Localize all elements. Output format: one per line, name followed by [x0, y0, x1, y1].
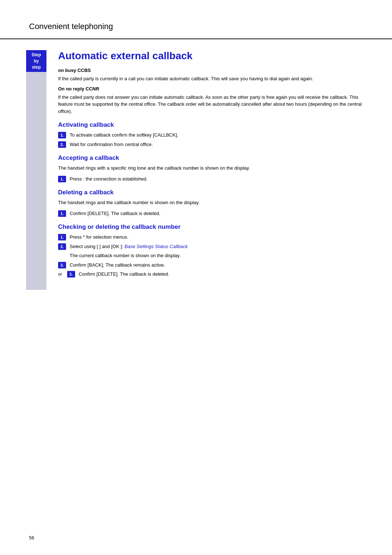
- checking-step-num-3: 3.: [58, 262, 66, 268]
- accepting-step-1: 1. Press : the connection is established…: [58, 175, 363, 183]
- page-header: Convenient telephoning: [0, 22, 392, 39]
- checking-step-1-text: Press * for selection menus.: [70, 234, 363, 241]
- sidebar-gray-area: [26, 72, 46, 290]
- page-number: 56: [29, 535, 34, 540]
- accepting-step-num-1: 1.: [58, 176, 66, 182]
- checking-step-num-1: 1.: [58, 234, 66, 240]
- on-busy-label: on busy CCBS: [58, 68, 363, 73]
- activating-heading: Activating callback: [58, 121, 363, 129]
- deleting-intro: The handset rings and the callback numbe…: [58, 199, 363, 206]
- checking-step-display-text: The current callback number is shown on …: [70, 253, 180, 258]
- on-no-reply-text: If the called party does not answer you …: [58, 94, 363, 115]
- content-area: Automatic external callback on busy CCBS…: [51, 50, 363, 290]
- deleting-heading: Deleting a callback: [58, 189, 363, 196]
- checking-step-2-text: Select using [ ] and [OK ]: Base Setting…: [70, 243, 363, 250]
- activating-step-2: 2. Wait for confirmation from central of…: [58, 141, 363, 148]
- on-no-reply-label: On no reply CCNR: [58, 86, 363, 92]
- checking-step-2-italic: Base Settings Status Callback: [123, 244, 188, 249]
- checking-step-num-3-or: 3.: [67, 271, 75, 278]
- sidebar: Step by step: [22, 50, 51, 290]
- activating-step-1-text: To activate callback confirm the softkey…: [70, 131, 363, 139]
- accepting-heading: Accepting a callback: [58, 154, 363, 162]
- deleting-step-1-text: Confirm [DELETE]. The callback is delete…: [70, 210, 363, 217]
- page-container: Convenient telephoning Step by step Auto…: [0, 0, 392, 555]
- deleting-step-1: 1. Confirm [DELETE]. The callback is del…: [58, 210, 363, 217]
- main-content: Step by step Automatic external callback…: [0, 50, 392, 290]
- step-num-1: 1.: [58, 132, 66, 138]
- checking-step-3: 3. Confirm [BACK]. The callback remains …: [58, 262, 363, 269]
- page-title: Convenient telephoning: [29, 22, 113, 31]
- checking-step-3-text: Confirm [BACK]. The callback remains act…: [70, 262, 363, 269]
- checking-step-3-or-text: Confirm [DELETE]. The callback is delete…: [79, 271, 363, 278]
- step-num-2: 2.: [58, 141, 66, 148]
- checking-step-2: 2. Select using [ ] and [OK ]: Base Sett…: [58, 243, 363, 250]
- activating-step-1: 1. To activate callback confirm the soft…: [58, 131, 363, 139]
- checking-step-3-or: or 3. Confirm [DELETE]. The callback is …: [58, 271, 363, 278]
- deleting-step-num-1: 1.: [58, 210, 66, 217]
- or-label: or: [58, 272, 62, 277]
- accepting-intro: The handset rings with a specific ring t…: [58, 165, 363, 172]
- checking-step-1: 1. Press * for selection menus.: [58, 234, 363, 241]
- checking-step-num-2: 2.: [58, 243, 66, 250]
- activating-step-2-text: Wait for confirmation from central offic…: [70, 141, 363, 148]
- checking-heading: Checking or deleting the callback number: [58, 223, 363, 231]
- step-badge: Step by step: [26, 50, 46, 72]
- main-heading: Automatic external callback: [58, 50, 363, 62]
- accepting-step-1-text: Press : the connection is established.: [70, 175, 363, 183]
- on-busy-text: If the called party is currently in a ca…: [58, 75, 363, 82]
- checking-step-2-plain: Select using [ ] and [OK ]:: [70, 244, 123, 249]
